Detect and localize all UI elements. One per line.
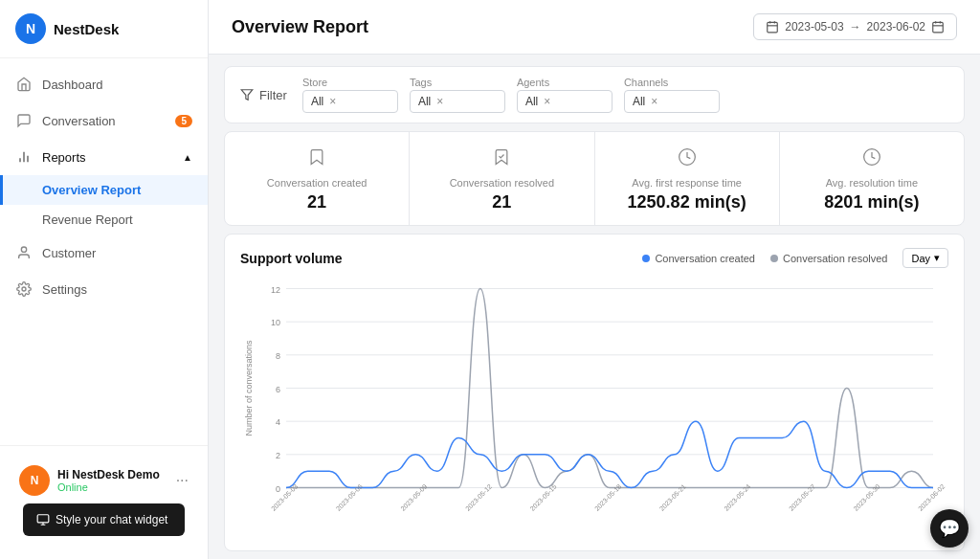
customer-label: Customer	[42, 246, 96, 260]
period-selector[interactable]: Day ▾	[902, 248, 948, 268]
chart-container: 024681012Number of conversations2023-05-…	[240, 278, 948, 537]
svg-text:10: 10	[271, 318, 280, 327]
date-range-picker[interactable]: 2023-05-03 → 2023-06-02	[753, 13, 957, 40]
agents-value: All	[525, 95, 538, 108]
agents-label: Agents	[517, 77, 612, 88]
chat-widget-fab[interactable]: 💬	[930, 509, 969, 548]
conv-resolved-value: 21	[492, 192, 511, 212]
support-volume-chart: 024681012Number of conversations2023-05-…	[240, 278, 948, 537]
store-value: All	[311, 95, 323, 108]
chart-header: Support volume Conversation created Conv…	[240, 248, 948, 268]
dashboard-label: Dashboard	[42, 78, 103, 92]
agents-input[interactable]: All ×	[517, 90, 612, 113]
sidebar-item-conversation[interactable]: Conversation 5	[0, 102, 208, 139]
filter-icon	[240, 88, 254, 101]
conversation-label: Conversation	[42, 114, 116, 128]
user-menu-button[interactable]: ···	[176, 472, 189, 489]
sidebar-footer: N Hi NestDesk Demo Online ··· Style your…	[0, 445, 208, 559]
legend-conv-created-label: Conversation created	[655, 253, 755, 264]
sidebar-navigation: Dashboard Conversation 5 Reports ▲ Overv…	[0, 58, 208, 445]
filter-label: Filter	[240, 88, 287, 102]
sidebar-item-revenue-report[interactable]: Revenue Report	[0, 205, 208, 235]
agents-clear[interactable]: ×	[544, 95, 550, 108]
svg-marker-14	[241, 90, 253, 101]
date-arrow: →	[850, 20, 861, 34]
filter-tags: Tags All ×	[410, 77, 505, 113]
sidebar-item-customer[interactable]: Customer	[0, 235, 208, 271]
avg-resolution-label: Avg. resolution time	[826, 177, 918, 189]
logo-area: N NestDesk	[0, 0, 208, 58]
bar-chart-icon	[15, 148, 33, 166]
gear-icon	[15, 280, 33, 298]
sidebar-item-dashboard[interactable]: Dashboard	[0, 66, 208, 102]
stat-conv-resolved: Conversation resolved 21	[410, 132, 594, 225]
chevron-down-icon: ▾	[934, 252, 940, 264]
user-info: N Hi NestDesk Demo Online ···	[11, 458, 196, 503]
stat-avg-first-response: Avg. first response time 1250.82 min(s)	[595, 132, 780, 225]
tags-label: Tags	[410, 77, 505, 88]
sidebar-item-reports[interactable]: Reports ▲	[0, 139, 208, 175]
calendar-icon-right	[931, 20, 945, 34]
svg-rect-10	[933, 22, 944, 32]
stats-row: Conversation created 21 Conversation res…	[224, 131, 965, 226]
clock-icon-1	[678, 147, 697, 171]
overview-report-label: Overview Report	[42, 183, 141, 197]
svg-point-3	[21, 247, 26, 252]
channels-label: Channels	[624, 77, 720, 88]
date-end: 2023-06-02	[867, 20, 925, 34]
user-name: Hi NestDesk Demo	[57, 468, 168, 481]
legend-dot-gray	[770, 255, 778, 262]
legend-dot-blue	[642, 255, 650, 262]
period-label: Day	[911, 253, 930, 264]
conversation-badge: 5	[175, 115, 192, 127]
channels-clear[interactable]: ×	[651, 95, 657, 108]
tags-input[interactable]: All ×	[410, 90, 505, 113]
stat-avg-resolution: Avg. resolution time 8201 min(s)	[780, 132, 964, 225]
sidebar-item-settings[interactable]: Settings	[0, 271, 208, 307]
legend-conv-resolved-label: Conversation resolved	[783, 253, 887, 264]
clock-icon-2	[862, 147, 881, 171]
svg-text:2023-05-03: 2023-05-03	[270, 483, 299, 512]
filter-store: Store All ×	[302, 77, 398, 113]
svg-text:2: 2	[276, 451, 280, 460]
calendar-icon	[766, 20, 779, 34]
page-header: Overview Report 2023-05-03 → 2023-06-02	[209, 0, 980, 55]
chat-icon	[15, 112, 33, 129]
channels-input[interactable]: All ×	[624, 90, 720, 113]
tags-value: All	[418, 95, 431, 108]
bookmark-icon	[307, 147, 326, 171]
main-body: Filter Store All × Tags All ×	[209, 55, 980, 559]
filter-fields: Store All × Tags All × Agents	[302, 77, 948, 113]
chart-title: Support volume	[240, 251, 343, 266]
filter-bar: Filter Store All × Tags All ×	[224, 66, 965, 123]
style-chat-widget-button[interactable]: Style your chat widget	[23, 503, 185, 536]
store-clear[interactable]: ×	[329, 95, 336, 108]
sidebar-item-overview-report[interactable]: Overview Report	[0, 175, 208, 205]
svg-point-4	[22, 287, 26, 291]
app-name: NestDesk	[54, 21, 119, 37]
legend-conv-created: Conversation created	[642, 253, 755, 264]
legend-conv-resolved: Conversation resolved	[770, 253, 887, 264]
bookmark-check-icon	[492, 147, 511, 171]
tags-clear[interactable]: ×	[436, 95, 443, 108]
svg-rect-6	[768, 22, 778, 32]
revenue-report-label: Revenue Report	[42, 212, 133, 227]
chart-legend: Conversation created Conversation resolv…	[642, 253, 887, 264]
reports-label: Reports	[42, 150, 86, 165]
channels-value: All	[633, 95, 645, 108]
reports-subnav: Overview Report Revenue Report	[0, 175, 208, 235]
store-input[interactable]: All ×	[302, 90, 398, 113]
filter-channels: Channels All ×	[624, 77, 720, 113]
chart-section: Support volume Conversation created Conv…	[224, 234, 965, 551]
page-title: Overview Report	[232, 17, 368, 37]
user-details: Hi NestDesk Demo Online	[57, 468, 168, 493]
svg-text:8: 8	[276, 351, 280, 361]
filter-agents: Agents All ×	[517, 77, 612, 113]
stat-conv-created: Conversation created 21	[225, 132, 410, 225]
avg-resolution-value: 8201 min(s)	[824, 192, 919, 212]
conv-created-label: Conversation created	[267, 177, 368, 189]
store-label: Store	[302, 77, 398, 88]
svg-text:4: 4	[276, 417, 280, 427]
avg-first-response-label: Avg. first response time	[632, 177, 742, 189]
logo-icon: N	[15, 13, 46, 44]
